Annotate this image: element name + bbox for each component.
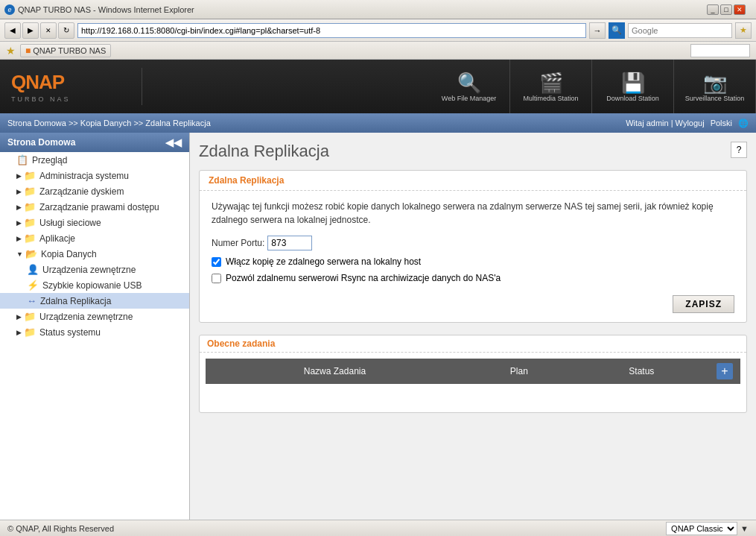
address-bar[interactable] <box>77 23 586 38</box>
sidebar-item-urzadzenia1[interactable]: 👤 Urządzenia zewnętrzne <box>0 262 189 277</box>
breadcrumb-sep2: >> <box>133 119 145 127</box>
port-input[interactable] <box>267 236 312 250</box>
web-file-manager-btn[interactable]: 🔍 Web File Manager <box>428 60 510 113</box>
sidebar-item-dysk[interactable]: ▶ 📁 Zarządzanie dyskiem <box>0 183 189 199</box>
bookmark-qnap[interactable]: ■ QNAP TURBO NAS <box>20 44 111 57</box>
close-button[interactable]: ✕ <box>734 4 746 15</box>
content-wrapper: Zdalna Replikacja ? Zdalna Replikacja Uż… <box>199 142 747 413</box>
checkbox1-label: Włącz kopię ze zdalnego serwera na lokal… <box>226 256 421 267</box>
download-station-btn[interactable]: 💾 Download Station <box>592 60 674 113</box>
checkbox2-label: Pozwól zdalnemu serwerowi Rsync na archi… <box>226 273 501 283</box>
sidebar-item-urzadzenia2[interactable]: ▶ 📁 Urządzenia zewnętrzne <box>0 309 189 324</box>
checkbox2[interactable] <box>212 274 221 283</box>
multimedia-station-btn[interactable]: 🎬 Multimedia Station <box>510 60 592 113</box>
maximize-button[interactable]: □ <box>720 4 732 15</box>
bookmark-label: QNAP TURBO NAS <box>33 46 106 55</box>
folder-icon: 📁 <box>24 186 36 197</box>
checkbox1[interactable] <box>212 257 221 267</box>
sidebar-item-label: Zdalna Replikacja <box>40 296 111 306</box>
sidebar-item-label: Kopia Danych <box>41 249 97 259</box>
breadcrumb-bar: Strona Domowa >> Kopia Danych >> Zdalna … <box>0 113 756 133</box>
sidebar-item-label: Szybkie kopiowanie USB <box>42 280 142 291</box>
col-nazwa: Nazwa Zadania <box>206 359 464 384</box>
folder-icon: 📁 <box>24 201 36 212</box>
search-icon: 🔍 <box>609 22 625 39</box>
language-icon[interactable]: 🌐 <box>738 119 749 128</box>
sidebar-collapse-button[interactable]: ◀◀ <box>165 136 182 148</box>
status-bar: © QNAP, All Rights Reserved QNAP Classic… <box>0 520 756 536</box>
tasks-section-title: Obecne zadania <box>200 335 746 353</box>
sidebar-item-prawa[interactable]: ▶ 📁 Zarządzanie prawami dostępu <box>0 199 189 215</box>
app-container: QNAP TURBO NAS 🔍 Web File Manager 🎬 Mult… <box>0 60 756 536</box>
sidebar-item-admin[interactable]: ▶ 📁 Administracja systemu <box>0 168 189 183</box>
sidebar-item-uslugi[interactable]: ▶ 📁 Usługi sieciowe <box>0 215 189 230</box>
help-button[interactable]: ? <box>731 142 747 158</box>
copyright-text: © QNAP, All Rights Reserved <box>7 524 114 533</box>
sidebar-item-szybkie[interactable]: ⚡ Szybkie kopiowanie USB <box>0 277 189 293</box>
search-submit-button[interactable]: ★ <box>735 22 752 39</box>
port-row: Numer Portu: <box>212 236 734 250</box>
sidebar: Strona Domowa ◀◀ 📋 Przegląd ▶ 📁 Administ… <box>0 133 190 520</box>
multimedia-station-icon: 🎬 <box>539 72 563 95</box>
expand-icon: ▼ <box>16 250 23 258</box>
empty-cell <box>206 384 740 406</box>
page-title: Zdalna Replikacja <box>199 142 747 161</box>
surveillance-station-btn[interactable]: 📷 Surveillance Station <box>674 60 756 113</box>
usb-icon: ⚡ <box>27 280 39 291</box>
folder-icon: 📁 <box>24 217 36 228</box>
language-text[interactable]: Polski <box>711 119 732 127</box>
folder-icon: 📁 <box>24 170 36 181</box>
expand-icon: ▶ <box>16 188 22 195</box>
sidebar-item-przeglad[interactable]: 📋 Przegląd <box>0 152 189 168</box>
sidebar-item-label: Urządzenia zewnętrzne <box>39 312 133 322</box>
sidebar-item-status[interactable]: ▶ 📁 Status systemu <box>0 324 189 340</box>
back-button[interactable]: ◀ <box>4 22 21 39</box>
content-area: Zdalna Replikacja ? Zdalna Replikacja Uż… <box>190 133 756 520</box>
refresh-button[interactable]: ↻ <box>58 22 74 39</box>
go-button[interactable]: → <box>589 22 606 39</box>
przeglad-icon: 📋 <box>16 154 28 165</box>
qnap-logo: QNAP <box>11 71 123 94</box>
expand-icon: ▶ <box>16 172 22 180</box>
breadcrumb-home[interactable]: Strona Domowa <box>7 119 66 127</box>
browser-titlebar: e QNAP TURBO NAS - Windows Internet Expl… <box>0 0 756 19</box>
theme-dropdown-icon: ▼ <box>740 524 749 533</box>
header-divider <box>142 68 142 105</box>
search-input[interactable] <box>628 23 732 38</box>
bookmark-search[interactable] <box>690 44 750 57</box>
forward-button[interactable]: ▶ <box>22 22 39 39</box>
sidebar-item-kopia[interactable]: ▼ 📂 Kopia Danych <box>0 246 189 262</box>
add-task-button[interactable]: + <box>717 363 733 379</box>
description-text: Używając tej funkcji możesz robić kopie … <box>212 200 734 227</box>
expand-icon: ▶ <box>16 204 22 211</box>
expand-icon: ▶ <box>16 329 22 336</box>
tasks-table: Nazwa Zadania Plan Status + <box>206 359 740 406</box>
ie-logo: e <box>4 4 15 15</box>
stop-button[interactable]: ✕ <box>40 22 57 39</box>
favorites-star: ★ <box>6 45 16 57</box>
sidebar-item-label: Urządzenia zewnętrzne <box>42 265 136 275</box>
breadcrumb-kopia[interactable]: Kopia Danych <box>80 119 132 127</box>
surveillance-station-label: Surveillance Station <box>685 95 745 102</box>
header-apps: 🔍 Web File Manager 🎬 Multimedia Station … <box>428 60 756 113</box>
sidebar-header: Strona Domowa ◀◀ <box>0 133 189 152</box>
breadcrumb-right: Witaj admin | Wyloguj Polski 🌐 <box>626 119 749 128</box>
sidebar-item-label: Przegląd <box>32 155 67 165</box>
open-folder-icon: 📂 <box>25 248 37 259</box>
minimize-button[interactable]: _ <box>707 4 719 15</box>
tasks-table-wrapper: Nazwa Zadania Plan Status + <box>200 353 746 412</box>
col-status: Status <box>574 359 709 384</box>
expand-icon: ▶ <box>16 235 22 242</box>
save-button[interactable]: ZAPISZ <box>673 295 734 313</box>
browser-title: QNAP TURBO NAS - Windows Internet Explor… <box>18 5 194 14</box>
sidebar-item-label: Status systemu <box>39 327 101 338</box>
download-station-label: Download Station <box>606 95 659 102</box>
sidebar-item-zdalna[interactable]: ↔ Zdalna Replikacja <box>0 293 189 309</box>
bookmarks-bar: ★ ■ QNAP TURBO NAS <box>0 42 756 60</box>
checkbox1-row: Włącz kopię ze zdalnego serwera na lokal… <box>212 256 734 267</box>
sidebar-item-aplikacje[interactable]: ▶ 📁 Aplikacje <box>0 230 189 246</box>
folder-icon: 📁 <box>24 311 36 322</box>
checkbox2-row: Pozwól zdalnemu serwerowi Rsync na archi… <box>212 273 734 283</box>
theme-select[interactable]: QNAP Classic Default <box>666 522 737 535</box>
breadcrumb: Strona Domowa >> Kopia Danych >> Zdalna … <box>7 119 211 127</box>
